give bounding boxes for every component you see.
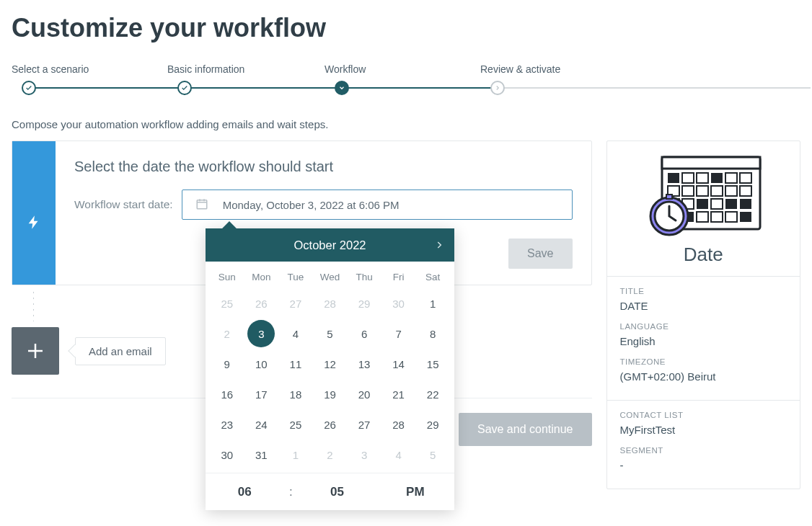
calendar-day[interactable]: 18 — [278, 379, 313, 409]
calendar-day[interactable]: 16 — [210, 379, 244, 409]
step-label-1: Select a scenario — [12, 63, 167, 75]
progress-line-pending — [493, 87, 811, 89]
svg-rect-19 — [725, 199, 737, 209]
calendar-day[interactable]: 31 — [244, 440, 279, 470]
calendar-day[interactable]: 24 — [244, 409, 279, 440]
calendar-day[interactable]: 27 — [278, 288, 313, 318]
meta-lang-value: English — [620, 335, 787, 347]
calendar-day[interactable]: 15 — [415, 349, 450, 379]
save-button[interactable]: Save — [508, 239, 572, 269]
calendar-day[interactable]: 19 — [313, 379, 348, 409]
calendar-day[interactable]: 14 — [381, 349, 416, 379]
calendar-day[interactable]: 29 — [415, 409, 450, 440]
calendar-day[interactable]: 1 — [415, 288, 450, 318]
calendar-day[interactable]: 26 — [244, 288, 279, 318]
save-continue-button[interactable]: Save and continue — [459, 413, 592, 446]
meta-seg-label: SEGMENT — [620, 446, 787, 455]
calendar-day[interactable]: 5 — [313, 318, 348, 349]
lightning-icon — [26, 160, 42, 285]
meta-tz-value: (GMT+02:00) Beirut — [620, 370, 787, 383]
calendar-day[interactable]: 9 — [210, 349, 244, 379]
step-dot-3[interactable] — [335, 81, 349, 95]
calendar-day[interactable]: 26 — [313, 409, 348, 440]
calendar-day[interactable]: 20 — [347, 379, 381, 409]
calendar-day[interactable]: 30 — [381, 288, 416, 318]
svg-rect-23 — [697, 212, 708, 222]
svg-rect-3 — [668, 173, 679, 183]
calendar-day[interactable]: 4 — [381, 440, 416, 470]
svg-rect-24 — [711, 212, 723, 222]
trigger-heading: Select the date the workflow should star… — [74, 159, 573, 175]
svg-rect-4 — [682, 173, 694, 183]
check-icon — [181, 84, 188, 92]
step-label-2: Basic information — [167, 63, 325, 75]
time-minute[interactable]: 05 — [298, 485, 376, 499]
calendar-day[interactable]: 2 — [313, 440, 348, 470]
step-dot-1[interactable] — [22, 81, 36, 95]
svg-rect-25 — [725, 212, 737, 222]
calendar-day[interactable]: 3 — [244, 318, 279, 349]
svg-rect-0 — [197, 200, 207, 208]
meta-seg-value: - — [620, 459, 787, 471]
check-icon — [25, 84, 32, 92]
calendar-day[interactable]: 12 — [313, 349, 348, 379]
calendar-day[interactable]: 3 — [347, 440, 381, 470]
calendar-day[interactable]: 13 — [347, 349, 381, 379]
day-of-week-header: Wed — [313, 266, 348, 288]
start-date-label: Workflow start date: — [74, 198, 173, 211]
time-picker: 06 : 05 PM — [206, 473, 454, 510]
calendar-day[interactable]: 27 — [347, 409, 381, 440]
step-dot-2[interactable] — [177, 81, 192, 95]
svg-rect-8 — [740, 173, 751, 183]
calendar-day[interactable]: 6 — [347, 318, 381, 349]
date-picker-header: October 2022 — [206, 228, 454, 262]
calendar-day[interactable]: 8 — [415, 318, 450, 349]
next-month-button[interactable] — [434, 228, 444, 262]
start-date-input[interactable]: Monday, October 3, 2022 at 6:06 PM — [182, 190, 573, 220]
calendar-day[interactable]: 11 — [278, 349, 313, 379]
meta-list-value: MyFirstTest — [620, 424, 787, 436]
day-of-week-header: Thu — [347, 266, 381, 288]
chevron-down-icon — [338, 84, 345, 92]
meta-lang-label: LANGUAGE — [620, 322, 787, 331]
calendar-day[interactable]: 29 — [347, 288, 381, 318]
calendar-day[interactable]: 28 — [313, 288, 348, 318]
time-ampm[interactable]: PM — [376, 485, 454, 499]
add-step-button[interactable] — [12, 327, 59, 375]
page-title: Customize your workflow — [0, 0, 812, 50]
calendar-day[interactable]: 23 — [210, 409, 244, 440]
svg-rect-2 — [662, 157, 760, 169]
svg-rect-5 — [697, 173, 708, 183]
svg-rect-29 — [666, 195, 672, 199]
meta-list-label: CONTACT LIST — [620, 411, 787, 419]
calendar-day[interactable]: 2 — [210, 318, 244, 349]
svg-rect-12 — [711, 186, 723, 196]
calendar-day[interactable]: 17 — [244, 379, 279, 409]
step-dot-4[interactable] — [490, 81, 505, 95]
subtitle: Compose your automation workflow adding … — [0, 118, 812, 141]
calendar-day[interactable]: 4 — [278, 318, 313, 349]
calendar-day[interactable]: 7 — [381, 318, 416, 349]
calendar-day[interactable]: 28 — [381, 409, 416, 440]
svg-rect-17 — [697, 199, 708, 209]
calendar-day[interactable]: 1 — [278, 440, 313, 470]
calendar-day[interactable]: 5 — [415, 440, 450, 470]
calendar-day[interactable]: 10 — [244, 349, 279, 379]
day-of-week-header: Fri — [381, 266, 416, 288]
svg-rect-18 — [711, 199, 723, 209]
add-email-bubble[interactable]: Add an email — [75, 337, 166, 365]
connector-line — [32, 290, 34, 321]
calendar-day[interactable]: 25 — [210, 288, 244, 318]
summary-title: Date — [607, 244, 800, 277]
svg-rect-26 — [740, 212, 751, 222]
svg-rect-11 — [697, 186, 708, 196]
time-hour[interactable]: 06 — [206, 485, 283, 499]
progress-line-done — [23, 87, 493, 89]
calendar-day[interactable]: 25 — [278, 409, 313, 440]
summary-panel: Date TITLE DATE LANGUAGE English TIMEZON… — [606, 141, 801, 489]
date-picker: October 2022 SunMonTueWedThuFriSat252627… — [206, 228, 454, 510]
step-label-3: Workflow — [325, 63, 480, 75]
calendar-day[interactable]: 22 — [415, 379, 450, 409]
calendar-day[interactable]: 21 — [381, 379, 416, 409]
calendar-day[interactable]: 30 — [210, 440, 244, 470]
